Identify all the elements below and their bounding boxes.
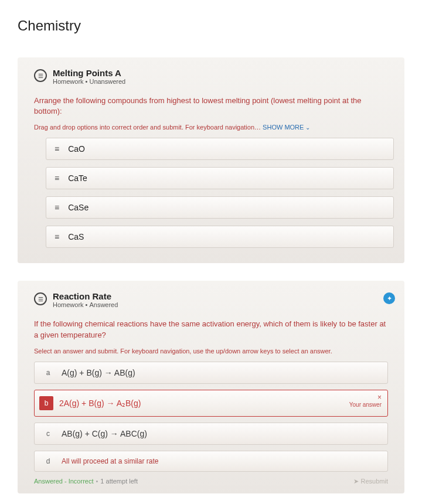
question-instruction: Select an answer and submit. For keyboar… — [34, 348, 388, 355]
option-c[interactable]: c AB(g) + C(g) → ABC(g) — [34, 423, 388, 445]
drag-list: ≡ CaO ≡ CaTe ≡ CaSe ≡ CaS — [34, 138, 388, 248]
option-letter: c — [42, 430, 55, 438]
option-letter: d — [42, 457, 55, 465]
your-answer-badge: × Your answer — [349, 394, 382, 408]
meta-type: Homework — [53, 301, 84, 308]
meta-status: Answered — [89, 301, 118, 308]
question-prompt: If the following chemical reactions have… — [34, 319, 388, 340]
option-a[interactable]: a A(g) + B(g) → AB(g) — [34, 362, 388, 384]
answer-status: Answered - Incorrect — [34, 478, 93, 485]
card-header: ☰ Melting Points A Homework•Unanswered — [34, 68, 388, 85]
question-prompt: Arrange the following compounds from hig… — [34, 96, 388, 117]
drag-handle-icon[interactable]: ≡ — [55, 203, 59, 212]
footer-row: Answered - Incorrect•1 attempt left ➤ Re… — [34, 478, 388, 485]
drag-handle-icon[interactable]: ≡ — [55, 173, 59, 183]
drag-item-label: CaSe — [68, 203, 89, 212]
question-title: Melting Points A — [53, 68, 388, 78]
resubmit-button[interactable]: ➤ Resubmit — [353, 478, 388, 485]
show-more-link[interactable]: SHOW MORE — [263, 124, 310, 131]
page-title: Chemistry — [18, 18, 404, 34]
drag-handle-icon[interactable]: ≡ — [55, 144, 59, 154]
option-text: 2A(g) + B(g) → A₂B(g) — [59, 399, 380, 408]
drag-handle-icon[interactable]: ≡ — [55, 232, 59, 241]
drag-item-label: CaTe — [68, 173, 87, 183]
resubmit-label: Resubmit — [361, 478, 388, 485]
drag-item[interactable]: ≡ CaSe — [46, 196, 394, 219]
drag-item[interactable]: ≡ CaTe — [46, 167, 394, 189]
question-card-reaction-rate: ✦ ☰ Reaction Rate Homework•Answered If t… — [18, 281, 404, 493]
meta-type: Homework — [53, 78, 84, 85]
drag-item[interactable]: ≡ CaO — [46, 138, 394, 160]
question-title: Reaction Rate — [53, 291, 388, 301]
card-header: ☰ Reaction Rate Homework•Answered — [34, 291, 388, 308]
question-meta: Homework•Answered — [53, 301, 388, 308]
option-text: AB(g) + C(g) → ABC(g) — [62, 429, 380, 438]
option-d[interactable]: d All will proceed at a similar rate — [34, 451, 388, 472]
option-text: All will proceed at a similar rate — [62, 457, 380, 465]
option-letter: b — [39, 396, 53, 410]
quiz-icon: ☰ — [34, 69, 47, 82]
option-list: a A(g) + B(g) → AB(g) b 2A(g) + B(g) → A… — [34, 362, 388, 472]
attempts-left: 1 attempt left — [100, 478, 138, 485]
drag-item-label: CaO — [68, 144, 85, 154]
meta-status: Unanswered — [89, 78, 125, 85]
question-meta: Homework•Unanswered — [53, 78, 388, 85]
instruction-text: Drag and drop options into correct order… — [34, 124, 261, 131]
option-b[interactable]: b 2A(g) + B(g) → A₂B(g) × Your answer — [34, 390, 388, 417]
incorrect-x-icon: × — [349, 394, 382, 401]
option-letter: a — [42, 369, 55, 377]
drag-item-label: CaS — [68, 232, 84, 241]
question-instruction: Drag and drop options into correct order… — [34, 124, 388, 131]
option-text: A(g) + B(g) → AB(g) — [62, 368, 380, 377]
drag-item[interactable]: ≡ CaS — [46, 226, 394, 248]
send-icon: ➤ — [353, 478, 359, 485]
your-answer-label: Your answer — [349, 401, 382, 408]
quiz-icon: ☰ — [34, 292, 47, 305]
star-badge-icon[interactable]: ✦ — [383, 292, 395, 304]
question-card-melting-points: ☰ Melting Points A Homework•Unanswered A… — [18, 57, 404, 263]
